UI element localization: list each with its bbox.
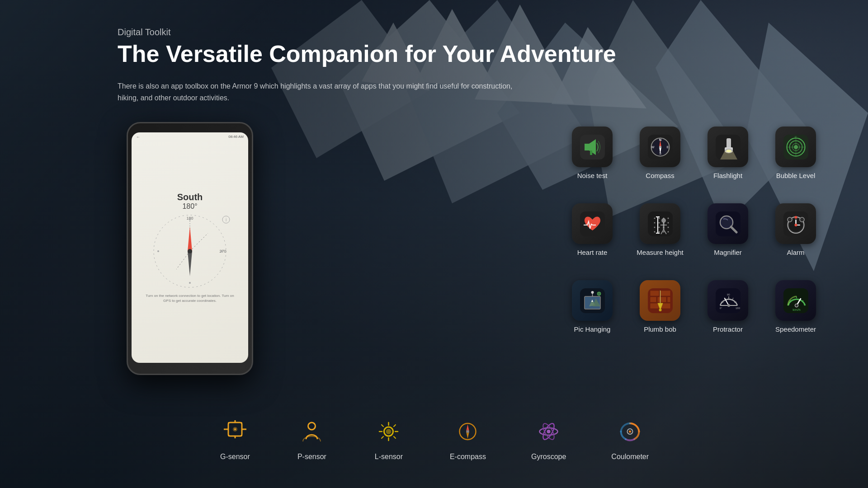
app-label-heart-rate: Heart rate [577,249,608,256]
app-item-plumb-bob[interactable]: Plumb bob [633,280,687,352]
svg-point-62 [658,222,660,223]
svg-line-150 [394,436,396,438]
app-label-protractor: Protractor [713,325,743,333]
sensor-label-g-sensor: G-sensor [220,453,250,461]
svg-point-17 [189,282,191,284]
svg-point-122 [727,304,730,307]
app-item-noise-test[interactable]: Noise test [565,127,619,199]
app-icon-protractor: 0° 90 180 [708,280,748,321]
svg-point-142 [308,422,316,430]
app-icon-speedometer: km/h [775,280,816,321]
svg-text:E: E [666,145,669,149]
app-item-bubble-level[interactable]: 0° Bubble Level [769,127,823,199]
svg-point-101 [591,291,594,294]
svg-text:180: 180 [736,307,741,310]
svg-point-60 [667,217,669,219]
svg-point-93 [794,216,797,219]
svg-line-151 [382,436,383,438]
app-icon-measure-height [640,203,680,244]
svg-point-18 [157,250,159,252]
header-section: Digital Toolkit The Versatile Companion … [118,27,616,103]
svg-point-53 [794,145,797,149]
app-label-bubble-level: Bubble Level [776,172,816,179]
app-icon-noise-test [572,127,613,167]
svg-point-71 [663,231,664,232]
svg-rect-30 [590,150,592,155]
app-item-speedometer[interactable]: km/h Speedometer [769,280,823,352]
svg-line-152 [394,425,396,427]
sensor-label-e-compass: E-compass [450,453,486,461]
svg-text:0°: 0° [720,307,722,310]
app-icon-bubble-level: 0° [775,127,816,167]
app-item-flashlight[interactable]: Flashlight [701,127,755,199]
app-item-measure-height[interactable]: Measure height [633,203,687,276]
svg-point-162 [629,430,631,432]
svg-point-25 [188,249,192,253]
svg-point-141 [234,428,236,430]
sensor-icon-e-compass [452,418,484,449]
compass-note: Turn on the network connection to get lo… [136,293,244,303]
svg-point-58 [658,217,660,219]
svg-text:i: i [226,217,226,222]
svg-point-92 [794,224,797,226]
svg-point-88 [788,217,792,222]
svg-marker-23 [188,226,192,251]
phone-mockup: ← 08:46 AM South 180° 180 270 [127,122,253,375]
app-item-alarm[interactable]: Alarm [769,203,823,276]
app-item-magnifier[interactable]: Magnifier [701,203,755,276]
svg-point-72 [667,231,669,232]
svg-rect-42 [726,138,731,148]
svg-point-57 [654,217,655,219]
app-icon-magnifier [708,203,748,244]
sensor-icon-coulometer [614,418,646,449]
svg-point-144 [386,429,392,434]
sensor-icon-l-sensor [373,418,405,449]
compass-degrees: 180° [136,202,244,211]
svg-point-160 [547,430,551,433]
app-label-measure-height: Measure height [637,249,683,256]
svg-rect-107 [657,297,666,302]
app-label-plumb-bob: Plumb bob [644,325,676,333]
app-label-noise-test: Noise test [577,172,608,179]
app-icon-alarm [775,203,816,244]
main-title: The Versatile Companion for Your Adventu… [118,41,616,67]
svg-rect-104 [650,291,659,296]
svg-point-133 [795,304,798,307]
svg-marker-24 [188,251,192,276]
sensor-item-e-compass: E-compass [450,418,486,461]
svg-rect-108 [667,297,670,302]
sensor-label-p-sensor: P-sensor [297,453,326,461]
app-label-compass: Compass [646,172,674,179]
app-label-flashlight: Flashlight [713,172,742,179]
svg-text:90: 90 [727,293,730,296]
app-item-compass[interactable]: N S W E Compass [633,127,687,199]
sensor-item-l-sensor: L-sensor [373,418,405,461]
svg-text:km/h: km/h [793,308,800,312]
app-item-pic-hanging[interactable]: Pic Hanging [565,280,619,352]
sensors-bar: G-sensor P-sensor [0,418,868,470]
sensor-label-gyroscope: Gyroscope [531,453,566,461]
app-label-alarm: Alarm [787,249,804,256]
svg-point-70 [658,231,660,232]
compass-direction: South [136,192,244,202]
svg-point-76 [661,218,666,223]
app-label-pic-hanging: Pic Hanging [574,325,611,333]
app-item-heart-rate[interactable]: Heart rate [565,203,619,276]
svg-point-89 [800,217,804,222]
svg-point-40 [659,146,661,148]
sensor-label-l-sensor: L-sensor [375,453,403,461]
svg-point-19 [221,250,222,252]
svg-line-20 [190,233,208,251]
sensor-item-g-sensor: G-sensor [219,418,251,461]
svg-text:0°: 0° [795,136,797,138]
app-icon-pic-hanging [572,280,613,321]
app-icon-compass: N S W E [640,127,680,167]
phone-area: ← 08:46 AM South 180° 180 270 [36,99,344,452]
svg-line-149 [382,425,383,427]
phone-screen: ← 08:46 AM South 180° 180 270 [132,132,248,363]
app-item-protractor[interactable]: 0° 90 180 Protractor [701,280,755,352]
svg-text:W: W [651,145,654,149]
svg-line-21 [176,251,190,269]
svg-point-113 [659,309,661,311]
sensor-icon-gyroscope [533,418,565,449]
